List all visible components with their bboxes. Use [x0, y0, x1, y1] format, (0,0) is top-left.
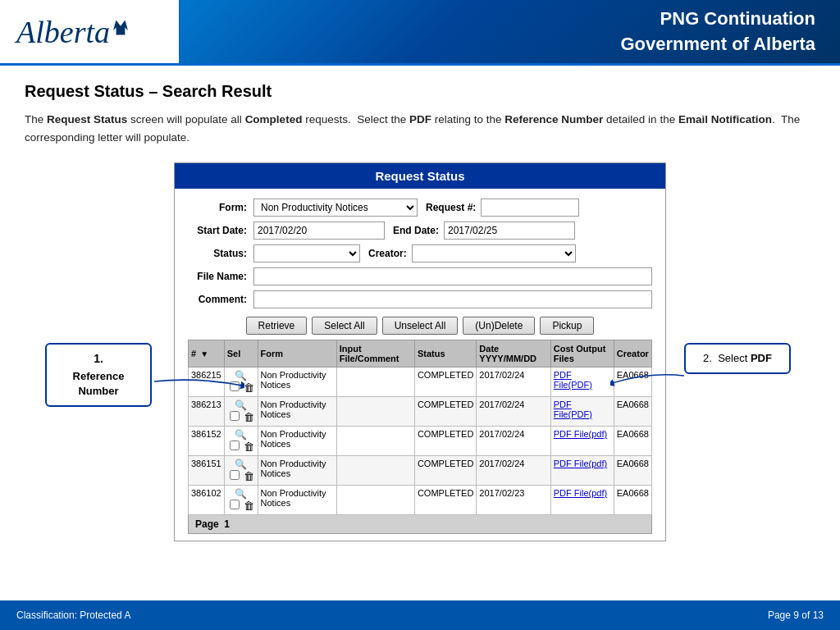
file-name-input[interactable] — [253, 267, 652, 285]
form-row-2: Start Date: End Date: — [188, 221, 652, 240]
table-row: 386215 🔍 🗑 Non Productivity Notices COMP… — [189, 368, 652, 397]
col-status: Status — [414, 340, 476, 368]
col-sel: Sel — [224, 340, 258, 368]
cell-pdf[interactable]: PDF File(pdf) — [550, 456, 614, 486]
row-checkbox[interactable] — [230, 500, 240, 509]
end-date-label: End Date: — [393, 225, 444, 236]
header: Alberta PNG Continuation Government of A… — [0, 0, 840, 66]
end-date-input[interactable] — [444, 221, 575, 240]
button-row: Retrieve Select All Unselect All (Un)Del… — [188, 317, 652, 335]
search-icon[interactable]: 🔍 — [235, 429, 247, 441]
cell-status: COMPLETED — [414, 427, 476, 456]
comment-input[interactable] — [253, 290, 652, 308]
cell-form: Non Productivity Notices — [258, 427, 336, 456]
table-row: 386152 🔍 🗑 Non Productivity Notices COMP… — [189, 427, 652, 456]
results-table: # ▼ Sel Form Input File/Comment Status D… — [188, 340, 652, 515]
cell-num: 386102 — [189, 486, 225, 515]
row-checkbox[interactable] — [230, 441, 240, 450]
cell-status: COMPLETED — [414, 397, 476, 427]
page-title: Request Status – Search Result — [25, 82, 815, 101]
footer: Classification: Protected A Page 9 of 13 — [0, 600, 840, 630]
trash-icon[interactable]: 🗑 — [244, 381, 254, 394]
file-name-label: File Name: — [188, 271, 253, 282]
cell-date: 2017/02/23 — [477, 486, 550, 515]
trash-icon[interactable]: 🗑 — [244, 411, 254, 423]
unselect-all-button[interactable]: Unselect All — [382, 317, 459, 335]
cell-form: Non Productivity Notices — [258, 456, 336, 486]
callout1-arrow — [154, 369, 244, 394]
table-row: 386213 🔍 🗑 Non Productivity Notices COMP… — [189, 397, 652, 427]
form-select[interactable]: Non Productivity Notices — [253, 199, 418, 217]
cell-date: 2017/02/24 — [477, 456, 550, 486]
trash-icon[interactable]: 🗑 — [244, 500, 254, 512]
cell-form: Non Productivity Notices — [258, 486, 336, 515]
cell-sel: 🔍 🗑 — [224, 456, 258, 486]
cell-sel: 🔍 🗑 — [224, 486, 258, 515]
cell-pdf[interactable]: PDF File(pdf) — [550, 427, 614, 456]
row-checkbox[interactable] — [230, 470, 240, 480]
cell-date: 2017/02/24 — [477, 427, 550, 456]
cell-num: 386151 — [189, 456, 225, 486]
cell-status: COMPLETED — [414, 486, 476, 515]
form-label: Form: — [188, 202, 253, 213]
request-number-input[interactable] — [481, 199, 579, 217]
cell-creator: EA0668 — [614, 427, 651, 456]
start-date-input[interactable] — [253, 221, 385, 240]
select-all-button[interactable]: Select All — [312, 317, 377, 335]
description: The Request Status screen will populate … — [25, 111, 815, 146]
col-input: Input File/Comment — [336, 340, 414, 368]
retrieve-button[interactable]: Retrieve — [246, 317, 308, 335]
form-row-1: Form: Non Productivity Notices Request #… — [188, 199, 652, 217]
page-info: Page 9 of 13 — [768, 609, 824, 621]
undelete-button[interactable]: (Un)Delete — [463, 317, 535, 335]
crown-icon — [113, 21, 128, 35]
form-row-3: Status: Creator: — [188, 244, 652, 262]
trash-icon[interactable]: 🗑 — [244, 441, 254, 453]
callout-select-pdf: 2. Select PDF — [684, 343, 791, 374]
header-title: PNG Continuation Government of Alberta — [620, 7, 815, 57]
callout-reference-number: 1. Reference Number — [45, 343, 152, 407]
status-select[interactable] — [253, 244, 360, 262]
col-form: Form — [258, 340, 336, 368]
pickup-button[interactable]: Pickup — [540, 317, 594, 335]
callout2-arrow — [610, 368, 684, 392]
pdf-link[interactable]: PDF File(PDF) — [554, 370, 592, 390]
comment-label: Comment: — [188, 294, 253, 305]
creator-select[interactable] — [412, 244, 576, 262]
col-num: # ▼ — [189, 340, 225, 368]
pdf-link[interactable]: PDF File(PDF) — [554, 399, 592, 419]
cell-sel: 🔍 🗑 — [224, 427, 258, 456]
table-row: 386102 🔍 🗑 Non Productivity Notices COMP… — [189, 486, 652, 515]
cell-input — [336, 368, 414, 397]
cell-status: COMPLETED — [414, 368, 476, 397]
request-status-widget: Request Status Form: Non Productivity No… — [174, 162, 666, 541]
cell-input — [336, 486, 414, 515]
search-icon[interactable]: 🔍 — [235, 459, 247, 470]
col-creator: Creator — [614, 340, 651, 368]
pdf-link[interactable]: PDF File(pdf) — [554, 429, 607, 439]
trash-icon[interactable]: 🗑 — [244, 470, 254, 482]
header-title-area: PNG Continuation Government of Alberta — [180, 0, 840, 63]
logo-area: Alberta — [0, 0, 180, 63]
col-cost-output: Cost Output Files — [550, 340, 614, 368]
cell-pdf[interactable]: PDF File(PDF) — [550, 368, 614, 397]
main-content: Request Status – Search Result The Reque… — [0, 66, 840, 550]
pdf-link[interactable]: PDF File(pdf) — [554, 459, 607, 468]
table-footer: Page 1 — [188, 515, 652, 534]
classification-label: Classification: Protected A — [16, 609, 130, 621]
cell-creator: EA0668 — [614, 486, 651, 515]
pdf-link[interactable]: PDF File(pdf) — [554, 488, 607, 498]
cell-pdf[interactable]: PDF File(pdf) — [550, 486, 614, 515]
row-checkbox[interactable] — [230, 411, 240, 421]
cell-pdf[interactable]: PDF File(PDF) — [550, 397, 614, 427]
form-row-5: Comment: — [188, 290, 652, 308]
search-icon[interactable]: 🔍 — [235, 488, 247, 500]
form-row-4: File Name: — [188, 267, 652, 285]
table-row: 386151 🔍 🗑 Non Productivity Notices COMP… — [189, 456, 652, 486]
cell-creator: EA0668 — [614, 397, 651, 427]
cell-creator: EA0668 — [614, 456, 651, 486]
col-date: Date YYYY/MM/DD — [477, 340, 550, 368]
search-icon[interactable]: 🔍 — [235, 399, 247, 411]
logo-text: Alberta — [16, 14, 110, 50]
cell-form: Non Productivity Notices — [258, 397, 336, 427]
